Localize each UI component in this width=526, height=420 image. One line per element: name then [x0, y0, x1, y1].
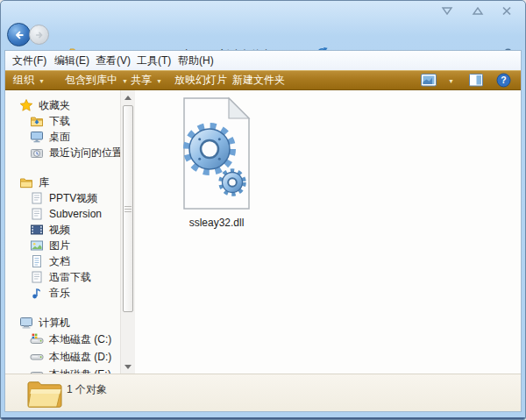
views-icon[interactable]	[421, 74, 437, 87]
disk-icon	[30, 350, 44, 364]
sidebar-item-label: 本地磁盘 (C:)	[49, 332, 111, 347]
file-list-area[interactable]: ssleay32.dll	[135, 90, 521, 374]
triangle-down-icon	[124, 365, 132, 369]
title-bar[interactable]	[1, 1, 525, 20]
address-bar-row: « Administrator ▶ 桌面 ▶ 新建文件夹 (10) ▼ 搜索 新…	[1, 20, 525, 50]
views-dropdown[interactable]: ▼	[444, 71, 454, 89]
toolbar-label: 放映幻灯片	[174, 74, 227, 86]
toolbar-slideshow-button[interactable]: 放映幻灯片	[174, 71, 227, 89]
video-icon	[30, 223, 44, 237]
back-arrow-icon	[11, 27, 27, 43]
sidebar-item-label: 计算机	[39, 316, 70, 331]
sidebar-item-disk-d[interactable]: 本地磁盘 (D:)	[5, 348, 120, 366]
sidebar-item-label: 本地磁盘 (D:)	[49, 350, 111, 365]
sidebar-item-desktop[interactable]: 桌面	[5, 129, 120, 145]
sidebar-item-favorites[interactable]: 收藏夹	[5, 97, 120, 113]
scrollbar-down-button[interactable]	[121, 359, 135, 374]
library-icon	[30, 207, 44, 221]
back-button[interactable]	[7, 23, 31, 46]
sidebar-item-disk-e[interactable]: 本地磁盘 (E:)	[5, 366, 120, 374]
menu-tools[interactable]: 工具(T)	[137, 51, 171, 70]
chevron-down-icon: ▼	[122, 78, 128, 84]
toolbar-label: 组织	[13, 74, 34, 86]
scrollbar-up-button[interactable]	[121, 90, 135, 104]
library-icon	[30, 191, 44, 205]
disk-c-icon	[30, 332, 44, 346]
document-icon	[30, 254, 44, 268]
computer-icon	[19, 316, 33, 330]
sidebar-item-label: 图片	[49, 238, 70, 253]
navigation-buttons	[7, 23, 53, 47]
chevron-down-icon: ▼	[156, 78, 162, 84]
maximize-button[interactable]	[472, 6, 484, 16]
dll-file-icon	[180, 96, 253, 210]
folder-large-icon	[26, 377, 63, 409]
triangle-up-icon	[124, 96, 132, 100]
file-item-ssleay32[interactable]: ssleay32.dll	[174, 96, 259, 229]
toolbar-share-button[interactable]: 共享▼	[131, 71, 162, 89]
library-icon	[30, 270, 44, 284]
client-area: 文件(F) 编辑(E) 查看(V) 工具(T) 帮助(H) 组织▼ 包含到库中▼…	[4, 50, 522, 412]
sidebar-item-downloads[interactable]: 下载	[5, 113, 120, 129]
help-icon[interactable]: ?	[496, 73, 511, 88]
chevron-down-icon: ▼	[448, 78, 454, 84]
sidebar-item-computer[interactable]: 计算机	[5, 315, 120, 331]
sidebar-item-label: 文档	[49, 254, 70, 269]
sidebar-item-label: 音乐	[49, 286, 70, 301]
desktop-icon	[30, 130, 44, 144]
downloads-folder-icon	[30, 114, 44, 128]
toolbar-new-folder-button[interactable]: 新建文件夹	[232, 71, 285, 89]
sidebar-item-recent-places[interactable]: 最近访问的位置	[5, 145, 120, 160]
sidebar-item-videos[interactable]: 视频	[5, 222, 120, 238]
sidebar-item-pptv-videos[interactable]: PPTV视频	[5, 190, 120, 206]
details-pane: 1 个对象	[5, 374, 521, 411]
menu-help[interactable]: 帮助(H)	[178, 51, 214, 70]
maximize-icon	[472, 6, 484, 16]
sidebar-item-label: PPTV视频	[49, 191, 97, 206]
sidebar-item-label: 桌面	[49, 130, 70, 145]
forward-arrow-icon	[32, 28, 46, 42]
libraries-folder-icon	[19, 175, 33, 189]
scrollbar-thumb[interactable]	[123, 105, 133, 312]
sidebar-item-label: 收藏夹	[39, 98, 70, 113]
picture-icon	[30, 238, 44, 253]
menu-edit[interactable]: 编辑(E)	[54, 51, 89, 70]
sidebar-item-documents[interactable]: 文档	[5, 253, 120, 269]
sidebar-item-xunlei-downloads[interactable]: 迅雷下载	[5, 269, 120, 285]
toolbar-organize-button[interactable]: 组织▼	[13, 71, 45, 89]
sidebar-item-music[interactable]: 音乐	[5, 285, 120, 301]
menu-view[interactable]: 查看(V)	[96, 51, 131, 70]
minimize-button[interactable]	[441, 6, 453, 16]
recent-places-icon	[30, 146, 44, 160]
music-note-icon	[30, 286, 44, 300]
star-icon	[19, 98, 33, 112]
sidebar-item-label: 迅雷下载	[49, 270, 91, 285]
preview-pane-icon[interactable]	[469, 74, 483, 87]
toolbar-label: 包含到库中	[65, 74, 117, 86]
sidebar-item-label: 下载	[49, 114, 70, 129]
sidebar-item-libraries[interactable]: 库	[5, 174, 120, 190]
disk-icon	[30, 367, 44, 374]
svg-text:?: ?	[501, 75, 506, 85]
sidebar-item-label: 库	[39, 175, 49, 190]
forward-button[interactable]	[29, 25, 49, 45]
window-bottom-edge	[1, 417, 525, 419]
sidebar-item-label: 最近访问的位置	[49, 146, 120, 160]
close-icon	[501, 6, 512, 16]
toolbar-label: 共享	[131, 74, 152, 86]
sidebar-item-pictures[interactable]: 图片	[5, 238, 120, 253]
toolbar-label: 新建文件夹	[232, 74, 285, 86]
sidebar-item-subversion[interactable]: Subversion	[5, 206, 120, 222]
sidebar-scrollbar[interactable]	[120, 90, 135, 374]
sidebar-item-disk-c[interactable]: 本地磁盘 (C:)	[5, 331, 120, 348]
toolbar-include-in-library-button[interactable]: 包含到库中▼	[65, 71, 128, 89]
sidebar-item-label: Subversion	[49, 208, 102, 220]
minimize-icon	[441, 6, 453, 16]
navigation-pane: 收藏夹 下载 桌面	[5, 90, 120, 374]
gear-large	[187, 126, 232, 172]
menu-bar: 文件(F) 编辑(E) 查看(V) 工具(T) 帮助(H)	[5, 51, 521, 70]
close-button[interactable]	[501, 6, 514, 16]
explorer-window: « Administrator ▶ 桌面 ▶ 新建文件夹 (10) ▼ 搜索 新…	[0, 0, 526, 420]
item-count-text: 1 个对象	[67, 382, 107, 397]
menu-file[interactable]: 文件(F)	[12, 51, 46, 70]
